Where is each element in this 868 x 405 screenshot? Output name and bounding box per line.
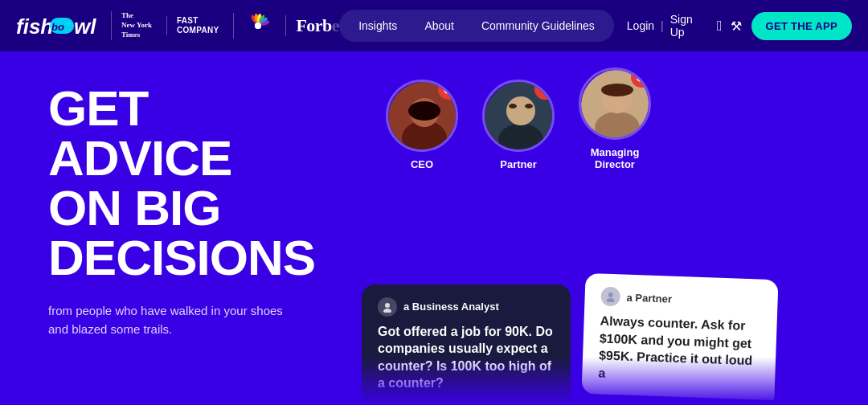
- svg-point-34: [606, 297, 614, 301]
- md-label: Managing Director: [591, 146, 640, 170]
- nav-about[interactable]: About: [413, 14, 465, 37]
- ceo-badge: [438, 80, 458, 100]
- hero-left: GET ADVICE ON BIG DECISIONS from people …: [0, 51, 354, 405]
- android-icon[interactable]: ⚒: [731, 18, 742, 34]
- avatar-partner-circle: [482, 80, 555, 152]
- analyst-message: Got offered a job for 90K. Do companies …: [378, 323, 555, 392]
- avatar-md-circle: [579, 68, 651, 140]
- svg-text:fish: fish: [16, 14, 53, 39]
- partner-icon: [600, 286, 620, 306]
- svg-point-32: [383, 309, 391, 313]
- ceo-label: CEO: [411, 158, 433, 170]
- avatar-partner: Partner: [482, 80, 555, 170]
- nav-community[interactable]: Community Guidelines: [470, 14, 606, 37]
- nav-auth: Login | Sign Up: [627, 13, 704, 39]
- signup-link[interactable]: Sign Up: [670, 13, 704, 39]
- svg-point-20: [506, 96, 535, 125]
- bubble-partner-header: a Partner: [600, 286, 762, 311]
- forbes-logo: Forbe: [285, 15, 339, 36]
- apple-icon[interactable]: : [717, 18, 723, 35]
- nav-links: Insights About Community Guidelines: [339, 10, 614, 42]
- svg-point-28: [601, 84, 633, 96]
- chat-area: a Business Analyst Got offered a job for…: [362, 276, 868, 405]
- avatar-ceo-circle: [386, 80, 458, 152]
- avatar-ceo: CEO: [386, 80, 458, 170]
- bubble-analyst-header: a Business Analyst: [378, 297, 555, 317]
- fishbowl-logo[interactable]: fish bo wl: [16, 11, 96, 40]
- avatars-row: CEO: [354, 68, 868, 170]
- svg-point-21: [509, 104, 517, 108]
- partner-badge: [534, 80, 555, 100]
- svg-point-22: [525, 104, 533, 108]
- hero-subtitle: from people who have walked in your shoe…: [48, 302, 289, 338]
- platform-icons:  ⚒: [717, 18, 742, 35]
- svg-point-33: [608, 292, 613, 297]
- svg-point-31: [385, 303, 390, 308]
- fastcompany-logo: FAST COMPANY: [166, 16, 219, 35]
- partner-label: Partner: [500, 158, 537, 170]
- auth-divider: |: [661, 19, 664, 32]
- chat-bubble-analyst: a Business Analyst Got offered a job for…: [362, 284, 571, 405]
- svg-text:wl: wl: [74, 14, 96, 39]
- svg-rect-29: [639, 73, 644, 80]
- partner-message: Always counter. Ask for $100K and you mi…: [598, 312, 761, 387]
- main-content: GET ADVICE ON BIG DECISIONS from people …: [0, 51, 868, 405]
- nbc-logo: [233, 13, 271, 39]
- navbar: fish bo wl The New York Times FAST COMPA…: [0, 0, 868, 51]
- nav-insights[interactable]: Insights: [347, 14, 408, 37]
- avatar-md: Managing Director: [579, 68, 651, 170]
- chat-bubble-partner: a Partner Always counter. Ask for $100K …: [581, 272, 778, 400]
- svg-text:bo: bo: [51, 21, 64, 33]
- get-app-button[interactable]: GET THE APP: [751, 12, 853, 40]
- analyst-author: a Business Analyst: [403, 301, 499, 313]
- hero-headline: GET ADVICE ON BIG DECISIONS: [48, 84, 321, 283]
- svg-point-11: [255, 22, 261, 29]
- hero-right: CEO: [354, 51, 868, 405]
- logo-group: fish bo wl The New York Times FAST COMPA…: [16, 11, 339, 40]
- md-badge: [631, 68, 651, 88]
- nytimes-logo: The New York Times: [111, 11, 152, 39]
- login-link[interactable]: Login: [627, 19, 654, 32]
- analyst-icon: [378, 297, 397, 317]
- svg-point-15: [408, 101, 440, 121]
- svg-rect-16: [446, 85, 451, 92]
- partner-author: a Partner: [626, 291, 672, 305]
